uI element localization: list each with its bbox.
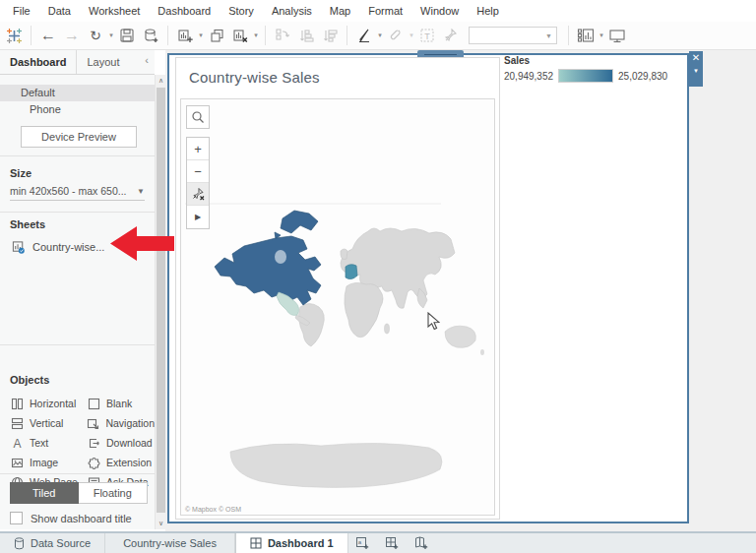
floating-button[interactable]: Floating: [79, 482, 149, 504]
zoom-out-button[interactable]: −: [187, 160, 209, 183]
redo-icon[interactable]: ↻: [84, 24, 107, 47]
new-story-button[interactable]: [408, 533, 437, 553]
show-me-caret-icon[interactable]: ▾: [598, 31, 605, 39]
zone-controls: ✕ ▼: [689, 51, 703, 87]
add-datasource-icon[interactable]: [139, 24, 162, 47]
scrollbar-thumb[interactable]: [157, 88, 165, 513]
object-blank[interactable]: Blank: [87, 394, 155, 413]
sort-descending-icon: [318, 24, 342, 47]
objects-heading: Objects: [10, 374, 155, 386]
tab-dashboard[interactable]: Dashboard: [0, 50, 76, 74]
fit-selector[interactable]: ▼: [469, 27, 557, 44]
blank-icon: [87, 397, 100, 410]
highlight-pen-icon[interactable]: [352, 24, 376, 47]
size-dropdown-value: min 420x560 - max 650...: [10, 185, 126, 197]
svg-text:a: a: [358, 539, 362, 545]
objects-grid: Horizontal Blank Vertical Navigation A T…: [10, 394, 155, 492]
menu-file[interactable]: File: [4, 0, 39, 22]
object-label: Blank: [106, 398, 132, 409]
color-legend[interactable]: Sales 20,949,352 25,029,830: [504, 55, 687, 83]
tab-dashboard-1[interactable]: Dashboard 1: [235, 533, 348, 553]
menu-analysis[interactable]: Analysis: [263, 0, 321, 22]
object-text[interactable]: A Text: [10, 433, 87, 453]
object-horizontal[interactable]: Horizontal: [10, 394, 87, 413]
save-icon[interactable]: [115, 24, 139, 47]
reset-pin-button[interactable]: [187, 183, 209, 206]
new-worksheet-icon[interactable]: [173, 24, 197, 47]
show-dashboard-title-checkbox[interactable]: [10, 512, 23, 524]
map-search-button[interactable]: [186, 105, 210, 129]
highlight-caret-icon[interactable]: ▾: [376, 31, 384, 39]
object-download[interactable]: Download: [87, 433, 155, 453]
tab-dashboard-1-label: Dashboard 1: [268, 537, 334, 549]
toolbar-separator: [346, 26, 347, 45]
map-zoom-controls: + − ▶: [186, 137, 210, 229]
menu-dashboard[interactable]: Dashboard: [149, 0, 220, 22]
pin-icon: [439, 24, 463, 47]
object-vertical[interactable]: Vertical: [10, 413, 87, 433]
object-label: Extension: [106, 457, 152, 468]
tableau-logo-icon: [2, 24, 26, 47]
zoom-in-button[interactable]: +: [187, 138, 209, 160]
tab-data-source[interactable]: Data Source: [0, 533, 105, 553]
presentation-mode-icon[interactable]: [605, 24, 629, 47]
new-dashboard-button[interactable]: [378, 533, 408, 553]
device-item-phone[interactable]: Phone: [0, 101, 155, 118]
menu-map[interactable]: Map: [321, 0, 359, 22]
tiled-button[interactable]: Tiled: [10, 482, 79, 504]
show-me-icon[interactable]: [574, 24, 598, 47]
clear-sheet-icon[interactable]: [228, 24, 252, 47]
database-icon: [14, 537, 25, 550]
text-icon: A: [10, 436, 24, 450]
tab-country-wise-sales[interactable]: Country-wise Sales: [105, 533, 235, 553]
svg-text:A: A: [13, 437, 21, 450]
forward-icon: →: [60, 24, 84, 47]
dashboard-side-panel: Dashboard Layout ‹ Default Phone Device …: [0, 50, 155, 529]
new-worksheet-button[interactable]: a: [348, 533, 378, 553]
map-view[interactable]: + − ▶ © Mapbox © OSM: [180, 98, 495, 516]
device-preview-button[interactable]: Device Preview: [21, 126, 137, 148]
collapse-panel-icon[interactable]: ‹: [145, 54, 149, 66]
size-dropdown-caret-icon: ▼: [137, 187, 145, 196]
map-sheet-zone[interactable]: Country-wise Sales: [175, 57, 500, 520]
object-extension[interactable]: Extension: [87, 453, 155, 472]
new-worksheet-caret-icon[interactable]: ▾: [197, 31, 205, 39]
clear-sheet-caret-icon[interactable]: ▾: [252, 31, 260, 39]
map-attribution: © Mapbox © OSM: [185, 506, 241, 513]
new-story-icon: [414, 536, 429, 550]
annotation-arrow-icon: [110, 225, 174, 262]
toolbar-separator: [167, 26, 168, 45]
duplicate-icon[interactable]: [205, 24, 228, 47]
sort-ascending-icon: [294, 24, 318, 47]
mouse-cursor-icon: [427, 312, 440, 331]
zone-close-icon[interactable]: ✕: [692, 51, 700, 65]
menu-data[interactable]: Data: [39, 0, 80, 22]
menu-window[interactable]: Window: [411, 0, 468, 22]
zone-dropdown-icon[interactable]: ▼: [693, 65, 699, 77]
layout-mode-toggle: Tiled Floating: [10, 482, 148, 504]
toolbar-separator: [568, 26, 569, 45]
object-label: Horizontal: [30, 398, 76, 409]
map-controls-expand-button[interactable]: ▶: [187, 206, 209, 228]
menu-help[interactable]: Help: [468, 0, 508, 22]
legend-max-value: 25,029,830: [618, 71, 667, 82]
object-label: Vertical: [30, 417, 63, 429]
object-image[interactable]: Image: [10, 453, 87, 472]
paperclip-caret-icon: ▾: [408, 31, 415, 39]
menu-worksheet[interactable]: Worksheet: [80, 0, 149, 22]
panel-scrollbar[interactable]: ∧ ∨: [155, 75, 165, 529]
paperclip-icon: [384, 24, 408, 47]
object-label: Image: [30, 457, 58, 468]
sheet-chart-check-icon: [12, 240, 26, 254]
object-label: Text: [30, 437, 48, 449]
tab-layout[interactable]: Layout: [76, 50, 129, 74]
object-navigation[interactable]: Navigation: [87, 413, 155, 433]
device-item-default[interactable]: Default: [0, 85, 155, 101]
object-label: Navigation: [105, 417, 155, 429]
sheet-list-item-label: Country-wise...: [32, 241, 104, 253]
back-icon[interactable]: ←: [36, 24, 60, 47]
menu-story[interactable]: Story: [220, 0, 263, 22]
size-dropdown[interactable]: min 420x560 - max 650... ▼: [10, 185, 145, 201]
redo-caret-icon[interactable]: ▾: [107, 31, 115, 39]
menu-format[interactable]: Format: [359, 0, 411, 22]
